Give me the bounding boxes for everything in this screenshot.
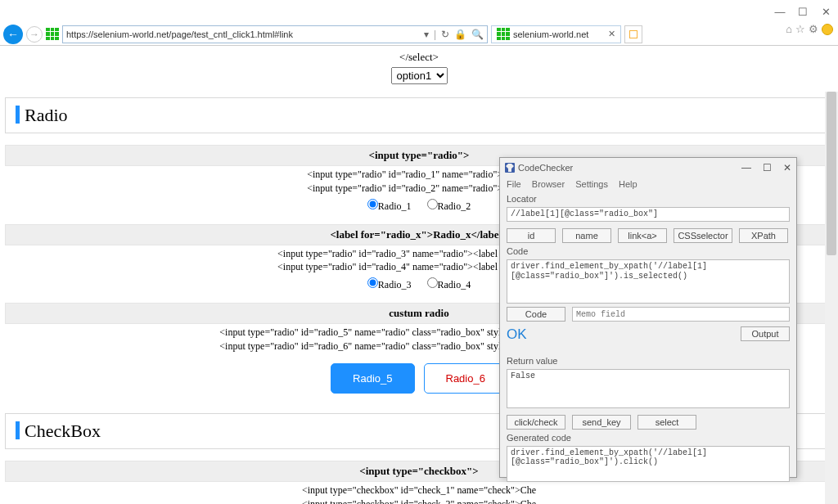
menu-help[interactable]: Help — [619, 179, 638, 189]
favorites-icon[interactable]: ☆ — [795, 23, 805, 35]
codechecker-titlebar[interactable]: CodeChecker — ☐ ✕ — [500, 158, 796, 178]
code-label: Code — [507, 246, 790, 256]
menu-settings[interactable]: Settings — [575, 179, 608, 189]
home-icon[interactable]: ⌂ — [786, 23, 792, 35]
dropdown-icon[interactable]: ▾ — [424, 29, 429, 40]
vertical-scrollbar[interactable] — [825, 92, 838, 504]
window-minimize-button[interactable]: — — [774, 6, 786, 17]
locator-css-button[interactable]: CSSselector — [674, 228, 732, 243]
lock-icon: 🔒 — [454, 29, 466, 40]
tab-title: selenium-world.net — [513, 29, 588, 39]
send-key-button[interactable]: send_key — [572, 415, 631, 430]
locator-id-button[interactable]: id — [507, 228, 556, 243]
url-text: https://selenium-world.net/page/test_cnt… — [66, 29, 293, 39]
return-value-label: Return value — [507, 356, 790, 366]
radio-1-input[interactable] — [367, 199, 378, 209]
menu-browser[interactable]: Browser — [532, 179, 565, 189]
search-icon[interactable]: 🔍 — [471, 29, 484, 40]
return-value-field[interactable]: False — [507, 369, 790, 408]
browser-tab[interactable]: selenium-world.net ✕ — [491, 25, 621, 43]
forward-button[interactable]: → — [26, 26, 43, 43]
window-titlebar: — ☐ ✕ — [0, 0, 838, 23]
locator-input[interactable]: //label[1][@class="radio_box"] — [507, 207, 790, 222]
code-line: <input type="checkbox" id="check_2" name… — [5, 497, 833, 504]
status-ok: OK — [507, 326, 527, 343]
radio-section-header: Radio — [5, 97, 833, 133]
code-run-button[interactable]: Code — [507, 307, 565, 322]
cc-minimize-button[interactable]: — — [741, 162, 751, 173]
feedback-icon[interactable] — [822, 24, 833, 35]
browser-chrome-icons: ⌂ ☆ ⚙ — [786, 23, 833, 35]
locator-link-button[interactable]: link<a> — [618, 228, 667, 243]
address-bar[interactable]: https://selenium-world.net/page/test_cnt… — [62, 25, 488, 43]
locator-name-button[interactable]: name — [562, 228, 611, 243]
generated-code-label: Generated code — [507, 433, 790, 443]
tab-close-button[interactable]: ✕ — [608, 29, 615, 39]
window-maximize-button[interactable]: ☐ — [797, 6, 809, 17]
codechecker-logo-icon — [505, 163, 515, 173]
refresh-icon[interactable]: ↻ — [441, 29, 449, 40]
menu-file[interactable]: File — [507, 179, 521, 189]
click-check-button[interactable]: click/check — [507, 415, 565, 430]
radio-3[interactable]: Radio_3 — [367, 279, 412, 290]
scrollbar-thumb[interactable] — [827, 92, 836, 255]
select-close-tag: </select> — [399, 51, 439, 63]
code-line: <input type="checkbox" id="check_1" name… — [5, 484, 833, 497]
window-close-button[interactable]: ✕ — [820, 6, 831, 17]
radio-4[interactable]: Radio_4 — [427, 279, 471, 290]
radio-2[interactable]: Radio_2 — [427, 200, 471, 212]
generated-code-field[interactable]: driver.find_element_by_xpath('//label[1]… — [507, 446, 790, 482]
radio-1[interactable]: Radio_1 — [367, 200, 412, 212]
memo-input[interactable] — [572, 307, 790, 322]
code-textarea[interactable]: driver.find_element_by_xpath('//label[1]… — [507, 259, 790, 304]
codechecker-window[interactable]: CodeChecker — ☐ ✕ File Browser Settings … — [499, 157, 797, 478]
locator-xpath-button[interactable]: XPath — [739, 228, 788, 243]
urlbar-actions: ▾ | ↻ 🔒 🔍 — [424, 29, 484, 40]
locator-label: Locator — [507, 194, 790, 204]
select-button[interactable]: select — [638, 415, 696, 430]
radio-4-input[interactable] — [427, 277, 438, 288]
radio-5-button[interactable]: Radio_5 — [331, 363, 414, 394]
codechecker-title: CodeChecker — [518, 163, 573, 173]
new-tab-button[interactable] — [624, 25, 642, 43]
tab-favicon — [497, 28, 510, 41]
output-button[interactable]: Output — [741, 326, 790, 341]
settings-icon[interactable]: ⚙ — [809, 23, 818, 35]
option-select[interactable]: option1 — [391, 67, 448, 84]
codechecker-menu: File Browser Settings Help — [500, 178, 796, 191]
back-button[interactable]: ← — [3, 25, 23, 44]
radio-3-input[interactable] — [367, 277, 378, 288]
radio-2-input[interactable] — [427, 199, 438, 209]
site-favicon — [46, 28, 59, 41]
browser-toolbar: ← → https://selenium-world.net/page/test… — [0, 23, 838, 46]
cc-close-button[interactable]: ✕ — [783, 162, 791, 173]
radio-6-button[interactable]: Radio_6 — [424, 363, 507, 394]
cc-maximize-button[interactable]: ☐ — [763, 162, 772, 173]
